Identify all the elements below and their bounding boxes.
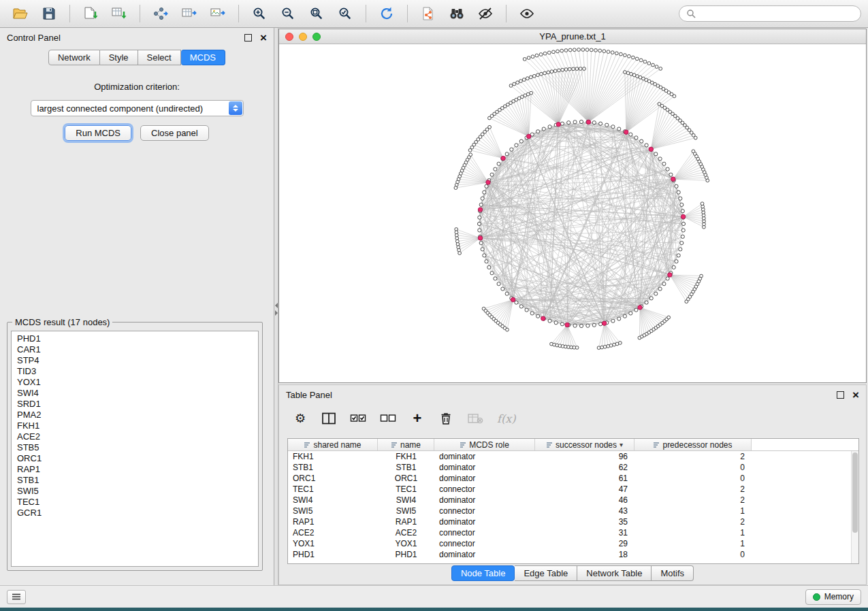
table-row[interactable]: ACE2ACE2connector311 [288, 527, 858, 538]
table-row[interactable]: STB1STB1dominator620 [288, 462, 858, 473]
network-node[interactable] [605, 123, 609, 127]
network-node[interactable] [510, 148, 513, 151]
leaf-node[interactable] [624, 54, 627, 57]
mcds-result-item[interactable]: STP4 [12, 355, 258, 366]
network-node[interactable] [479, 203, 483, 206]
tab-network[interactable]: Network [48, 50, 100, 65]
leaf-node[interactable] [458, 252, 462, 255]
column-header-predecessor-nodes[interactable]: predecessor nodes [634, 439, 752, 450]
network-node[interactable] [542, 127, 545, 131]
share-document-button[interactable] [415, 3, 442, 24]
dominator-node[interactable] [565, 323, 569, 327]
mcds-result-item[interactable]: STB1 [12, 475, 258, 486]
leaf-node[interactable] [543, 52, 547, 55]
optimization-criterion-select[interactable]: largest connected component (undirected) [31, 100, 244, 116]
leaf-node[interactable] [597, 346, 600, 350]
table-scrollbar[interactable] [851, 451, 858, 563]
leaf-node[interactable] [624, 71, 627, 74]
leaf-node[interactable] [615, 52, 618, 55]
leaf-node[interactable] [647, 62, 651, 65]
table-row[interactable]: ORC1ORC1dominator610 [288, 473, 858, 484]
mcds-result-item[interactable]: ACE2 [12, 431, 258, 442]
search-box[interactable] [679, 5, 861, 22]
close-panel-button[interactable]: Close panel [140, 125, 209, 141]
network-node[interactable] [658, 287, 662, 291]
apply-layout-button[interactable] [373, 3, 400, 24]
leaf-node[interactable] [540, 72, 543, 76]
leaf-node[interactable] [572, 67, 575, 71]
leaf-node[interactable] [655, 65, 658, 69]
column-header-shared-name[interactable]: shared name [288, 439, 378, 450]
leaf-node[interactable] [701, 202, 704, 205]
network-node[interactable] [611, 125, 615, 129]
network-node[interactable] [611, 319, 615, 323]
select-all-button[interactable] [350, 410, 366, 427]
leaf-node[interactable] [560, 49, 564, 52]
network-node[interactable] [681, 229, 685, 232]
mcds-result-item[interactable]: STB5 [12, 442, 258, 453]
mcds-result-item[interactable]: GCR1 [12, 508, 258, 518]
network-node[interactable] [579, 324, 583, 327]
leaf-node[interactable] [531, 55, 534, 59]
network-window-titlebar[interactable]: YPA_prune.txt_1 [279, 29, 866, 44]
zoom-in-button[interactable] [246, 3, 273, 24]
network-node[interactable] [479, 242, 483, 245]
network-node[interactable] [654, 152, 658, 156]
create-column-button[interactable]: + [410, 410, 425, 427]
leaf-node[interactable] [607, 50, 610, 54]
find-network-button[interactable] [443, 3, 470, 24]
leaf-node[interactable] [626, 71, 630, 75]
network-graph[interactable] [279, 45, 866, 383]
leaf-node[interactable] [519, 80, 523, 83]
mcds-result-item[interactable]: PMA2 [12, 410, 258, 420]
leaf-node[interactable] [598, 49, 602, 52]
mcds-result-item[interactable]: SWI5 [12, 486, 258, 497]
leaf-node[interactable] [583, 67, 586, 71]
network-node[interactable] [662, 282, 666, 286]
leaf-node[interactable] [532, 74, 536, 78]
leaf-node[interactable] [561, 68, 564, 71]
zoom-out-button[interactable] [274, 3, 302, 24]
network-node[interactable] [666, 277, 669, 280]
leaf-node[interactable] [590, 48, 593, 52]
network-node[interactable] [573, 120, 577, 124]
network-node[interactable] [586, 324, 590, 327]
network-node[interactable] [483, 254, 486, 257]
dominator-node[interactable] [668, 273, 672, 277]
mcds-result-item[interactable]: PHD1 [12, 333, 258, 344]
close-window-icon[interactable] [285, 33, 293, 41]
search-input[interactable] [700, 9, 854, 19]
network-node[interactable] [536, 314, 540, 318]
leaf-node[interactable] [632, 73, 636, 77]
open-session-button[interactable] [7, 3, 34, 24]
leaf-node[interactable] [556, 50, 560, 53]
hide-elements-button[interactable] [472, 3, 499, 24]
network-node[interactable] [658, 157, 662, 161]
network-node[interactable] [478, 216, 481, 219]
leaf-node[interactable] [620, 52, 623, 56]
mcds-result-item[interactable]: RAP1 [12, 464, 258, 475]
leaf-node[interactable] [643, 60, 647, 63]
table-row[interactable]: TEC1TEC1connector472 [288, 484, 858, 495]
table-row[interactable]: YOX1YOX1connector291 [288, 538, 858, 549]
network-node[interactable] [649, 297, 653, 300]
leaf-node[interactable] [568, 48, 572, 52]
network-node[interactable] [645, 301, 648, 304]
network-node[interactable] [478, 229, 481, 232]
network-node[interactable] [515, 144, 518, 147]
network-node[interactable] [599, 323, 602, 326]
dominator-node[interactable] [511, 297, 515, 301]
column-header-successor-nodes[interactable]: successor nodes▾ [535, 439, 634, 450]
network-node[interactable] [634, 308, 638, 312]
dominator-node[interactable] [624, 130, 628, 134]
leaf-node[interactable] [575, 346, 579, 350]
leaf-node[interactable] [667, 316, 671, 319]
collapse-right-icon[interactable] [275, 310, 278, 316]
network-canvas[interactable] [279, 45, 866, 383]
dominator-node[interactable] [478, 236, 482, 240]
leaf-node[interactable] [603, 345, 607, 348]
network-node[interactable] [629, 312, 632, 315]
tab-style[interactable]: Style [100, 50, 138, 65]
leaf-node[interactable] [516, 81, 519, 84]
leaf-node[interactable] [552, 50, 556, 54]
